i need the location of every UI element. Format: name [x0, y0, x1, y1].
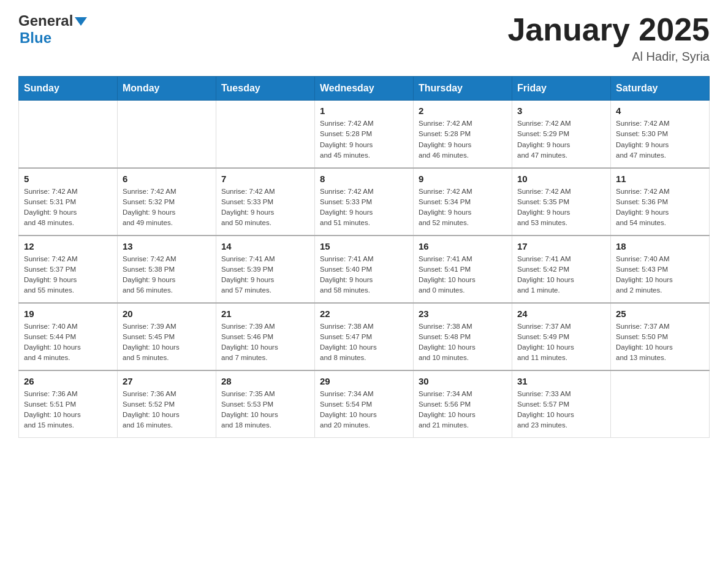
day-number: 23: [419, 308, 507, 319]
day-number: 30: [419, 376, 507, 386]
day-info: Sunrise: 7:37 AM Sunset: 5:50 PM Dayligh…: [616, 321, 704, 364]
calendar-day-cell: 29Sunrise: 7:34 AM Sunset: 5:54 PM Dayli…: [315, 370, 414, 438]
day-info: Sunrise: 7:36 AM Sunset: 5:51 PM Dayligh…: [24, 389, 112, 431]
day-info: Sunrise: 7:38 AM Sunset: 5:48 PM Dayligh…: [419, 321, 507, 364]
calendar-title: January 2025: [507, 12, 710, 47]
calendar-day-cell: 7Sunrise: 7:42 AM Sunset: 5:33 PM Daylig…: [216, 168, 315, 236]
day-info: Sunrise: 7:39 AM Sunset: 5:46 PM Dayligh…: [221, 321, 309, 364]
calendar-day-cell: 21Sunrise: 7:39 AM Sunset: 5:46 PM Dayli…: [216, 303, 315, 370]
day-info: Sunrise: 7:42 AM Sunset: 5:28 PM Dayligh…: [320, 118, 408, 161]
logo-blue-text: Blue: [20, 29, 87, 47]
day-info: Sunrise: 7:41 AM Sunset: 5:41 PM Dayligh…: [419, 254, 507, 296]
day-number: 21: [221, 308, 309, 319]
calendar-day-cell: [611, 370, 710, 438]
day-info: Sunrise: 7:42 AM Sunset: 5:36 PM Dayligh…: [616, 186, 704, 229]
day-info: Sunrise: 7:40 AM Sunset: 5:43 PM Dayligh…: [616, 254, 704, 296]
calendar-day-cell: 11Sunrise: 7:42 AM Sunset: 5:36 PM Dayli…: [611, 168, 710, 236]
calendar-day-cell: 9Sunrise: 7:42 AM Sunset: 5:34 PM Daylig…: [414, 168, 512, 236]
calendar-day-cell: 3Sunrise: 7:42 AM Sunset: 5:29 PM Daylig…: [512, 101, 611, 168]
day-number: 25: [616, 308, 704, 319]
calendar-day-cell: 14Sunrise: 7:41 AM Sunset: 5:39 PM Dayli…: [216, 236, 315, 303]
calendar-day-cell: 20Sunrise: 7:39 AM Sunset: 5:45 PM Dayli…: [118, 303, 216, 370]
calendar-day-cell: 17Sunrise: 7:41 AM Sunset: 5:42 PM Dayli…: [512, 236, 611, 303]
day-info: Sunrise: 7:37 AM Sunset: 5:49 PM Dayligh…: [517, 321, 605, 364]
day-number: 9: [419, 174, 507, 184]
day-info: Sunrise: 7:42 AM Sunset: 5:38 PM Dayligh…: [123, 254, 211, 296]
day-info: Sunrise: 7:42 AM Sunset: 5:30 PM Dayligh…: [616, 118, 704, 161]
day-of-week-header: Saturday: [611, 77, 710, 101]
day-number: 12: [24, 241, 112, 251]
day-info: Sunrise: 7:42 AM Sunset: 5:33 PM Dayligh…: [320, 186, 408, 229]
day-of-week-header: Wednesday: [315, 77, 414, 101]
calendar-day-cell: 24Sunrise: 7:37 AM Sunset: 5:49 PM Dayli…: [512, 303, 611, 370]
day-info: Sunrise: 7:42 AM Sunset: 5:37 PM Dayligh…: [24, 254, 112, 296]
day-info: Sunrise: 7:42 AM Sunset: 5:32 PM Dayligh…: [123, 186, 211, 229]
day-info: Sunrise: 7:38 AM Sunset: 5:47 PM Dayligh…: [320, 321, 408, 364]
day-of-week-header: Sunday: [19, 77, 118, 101]
day-number: 17: [517, 241, 605, 251]
day-info: Sunrise: 7:41 AM Sunset: 5:40 PM Dayligh…: [320, 254, 408, 296]
page-header: General Blue January 2025 Al Hadir, Syri…: [18, 12, 710, 64]
calendar-day-cell: 18Sunrise: 7:40 AM Sunset: 5:43 PM Dayli…: [611, 236, 710, 303]
calendar-day-cell: [118, 101, 216, 168]
calendar-day-cell: 28Sunrise: 7:35 AM Sunset: 5:53 PM Dayli…: [216, 370, 315, 438]
calendar-week-row: 1Sunrise: 7:42 AM Sunset: 5:28 PM Daylig…: [19, 101, 710, 168]
day-info: Sunrise: 7:40 AM Sunset: 5:44 PM Dayligh…: [24, 321, 112, 364]
calendar-header-row: SundayMondayTuesdayWednesdayThursdayFrid…: [19, 77, 710, 101]
calendar-day-cell: 22Sunrise: 7:38 AM Sunset: 5:47 PM Dayli…: [315, 303, 414, 370]
day-info: Sunrise: 7:42 AM Sunset: 5:34 PM Dayligh…: [419, 186, 507, 229]
calendar-day-cell: 15Sunrise: 7:41 AM Sunset: 5:40 PM Dayli…: [315, 236, 414, 303]
day-number: 3: [517, 105, 605, 116]
calendar-week-row: 12Sunrise: 7:42 AM Sunset: 5:37 PM Dayli…: [19, 236, 710, 303]
day-of-week-header: Thursday: [414, 77, 512, 101]
day-number: 14: [221, 241, 309, 251]
calendar-subtitle: Al Hadir, Syria: [507, 50, 710, 64]
day-number: 22: [320, 308, 408, 319]
day-number: 13: [123, 241, 211, 251]
day-of-week-header: Monday: [118, 77, 216, 101]
day-number: 11: [616, 174, 704, 184]
calendar-day-cell: 31Sunrise: 7:33 AM Sunset: 5:57 PM Dayli…: [512, 370, 611, 438]
calendar-day-cell: 8Sunrise: 7:42 AM Sunset: 5:33 PM Daylig…: [315, 168, 414, 236]
calendar-day-cell: 27Sunrise: 7:36 AM Sunset: 5:52 PM Dayli…: [118, 370, 216, 438]
calendar-day-cell: [216, 101, 315, 168]
day-info: Sunrise: 7:41 AM Sunset: 5:39 PM Dayligh…: [221, 254, 309, 296]
day-info: Sunrise: 7:42 AM Sunset: 5:29 PM Dayligh…: [517, 118, 605, 161]
day-number: 18: [616, 241, 704, 251]
calendar-week-row: 5Sunrise: 7:42 AM Sunset: 5:31 PM Daylig…: [19, 168, 710, 236]
day-number: 10: [517, 174, 605, 184]
day-of-week-header: Friday: [512, 77, 611, 101]
calendar-day-cell: 6Sunrise: 7:42 AM Sunset: 5:32 PM Daylig…: [118, 168, 216, 236]
calendar-day-cell: 4Sunrise: 7:42 AM Sunset: 5:30 PM Daylig…: [611, 101, 710, 168]
day-info: Sunrise: 7:42 AM Sunset: 5:33 PM Dayligh…: [221, 186, 309, 229]
calendar-day-cell: 19Sunrise: 7:40 AM Sunset: 5:44 PM Dayli…: [19, 303, 118, 370]
calendar-week-row: 19Sunrise: 7:40 AM Sunset: 5:44 PM Dayli…: [19, 303, 710, 370]
day-number: 15: [320, 241, 408, 251]
day-number: 20: [123, 308, 211, 319]
logo-triangle-icon: [75, 17, 87, 26]
title-section: January 2025 Al Hadir, Syria: [507, 12, 710, 64]
day-number: 8: [320, 174, 408, 184]
day-number: 7: [221, 174, 309, 184]
calendar-day-cell: 10Sunrise: 7:42 AM Sunset: 5:35 PM Dayli…: [512, 168, 611, 236]
calendar-day-cell: 26Sunrise: 7:36 AM Sunset: 5:51 PM Dayli…: [19, 370, 118, 438]
logo-general-text: General: [18, 12, 73, 29]
day-info: Sunrise: 7:39 AM Sunset: 5:45 PM Dayligh…: [123, 321, 211, 364]
calendar-day-cell: 13Sunrise: 7:42 AM Sunset: 5:38 PM Dayli…: [118, 236, 216, 303]
calendar-day-cell: 2Sunrise: 7:42 AM Sunset: 5:28 PM Daylig…: [414, 101, 512, 168]
day-info: Sunrise: 7:42 AM Sunset: 5:31 PM Dayligh…: [24, 186, 112, 229]
day-info: Sunrise: 7:35 AM Sunset: 5:53 PM Dayligh…: [221, 389, 309, 431]
day-number: 16: [419, 241, 507, 251]
day-info: Sunrise: 7:42 AM Sunset: 5:28 PM Dayligh…: [419, 118, 507, 161]
day-info: Sunrise: 7:34 AM Sunset: 5:54 PM Dayligh…: [320, 389, 408, 431]
day-info: Sunrise: 7:41 AM Sunset: 5:42 PM Dayligh…: [517, 254, 605, 296]
day-info: Sunrise: 7:34 AM Sunset: 5:56 PM Dayligh…: [419, 389, 507, 431]
calendar-week-row: 26Sunrise: 7:36 AM Sunset: 5:51 PM Dayli…: [19, 370, 710, 438]
day-of-week-header: Tuesday: [216, 77, 315, 101]
day-number: 6: [123, 174, 211, 184]
calendar-day-cell: 12Sunrise: 7:42 AM Sunset: 5:37 PM Dayli…: [19, 236, 118, 303]
day-number: 1: [320, 105, 408, 116]
day-number: 19: [24, 308, 112, 319]
day-number: 24: [517, 308, 605, 319]
day-info: Sunrise: 7:42 AM Sunset: 5:35 PM Dayligh…: [517, 186, 605, 229]
